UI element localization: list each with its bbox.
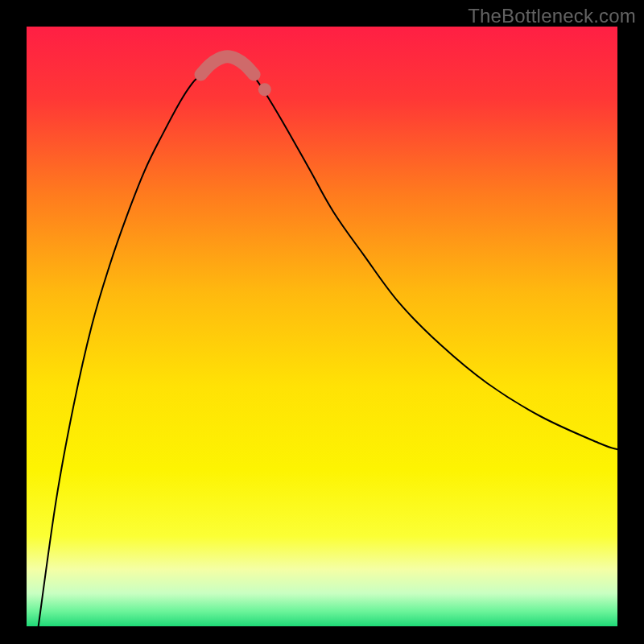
marker-dot	[258, 83, 271, 96]
plot-area	[27, 27, 617, 626]
watermark-text: TheBottleneck.com	[468, 5, 636, 27]
chart-svg	[27, 27, 617, 626]
chart-frame: TheBottleneck.com	[0, 0, 644, 644]
gradient-background	[27, 27, 617, 626]
